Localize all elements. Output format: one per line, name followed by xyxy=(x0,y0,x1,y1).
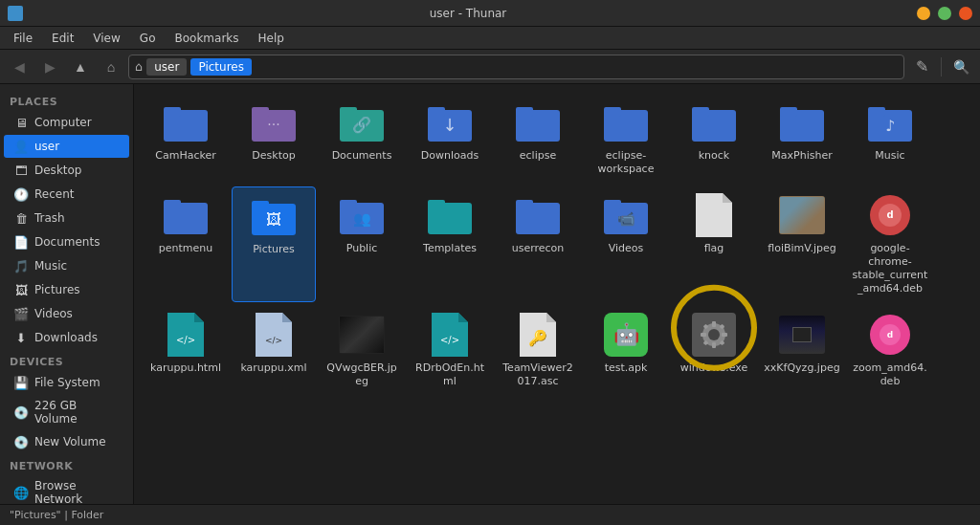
menu-view[interactable]: View xyxy=(85,30,127,47)
file-name-public: Public xyxy=(346,242,378,255)
sidebar-label-music: Music xyxy=(34,259,67,273)
file-name-documents: Documents xyxy=(332,149,392,163)
list-item[interactable]: eclipse-workspace xyxy=(584,94,668,183)
exe-icon xyxy=(691,312,737,358)
home-button[interactable]: ⌂ xyxy=(98,54,124,80)
list-item[interactable]: </> karuppu.html xyxy=(144,306,228,395)
list-item[interactable]: pentmenu xyxy=(144,186,228,302)
file-svg-karuppu-xml: </> xyxy=(256,313,292,357)
folder-svg-templates xyxy=(428,196,472,234)
edit-location-button[interactable]: ✎ xyxy=(908,54,935,80)
folder-svg-downloads: ↓ xyxy=(428,103,472,142)
menu-help[interactable]: Help xyxy=(251,30,292,47)
svg-rect-16 xyxy=(692,107,709,117)
forward-button[interactable]: ▶ xyxy=(36,54,63,80)
folder-icon: 👥 xyxy=(339,192,385,238)
list-item[interactable]: windows.exe xyxy=(672,306,756,395)
titlebar: user - Thunar xyxy=(0,0,980,27)
back-button[interactable]: ◀ xyxy=(6,54,33,80)
sidebar-item-desktop[interactable]: 🗔 Desktop xyxy=(4,159,129,182)
sidebar-item-computer[interactable]: 🖥 Computer xyxy=(4,111,129,134)
folder-svg-videos: 📹 xyxy=(604,196,648,234)
svg-rect-31 xyxy=(428,200,445,209)
file-name-teamviewer: TeamViewer2017.asc xyxy=(500,361,576,389)
list-item[interactable]: MaxPhisher xyxy=(760,94,844,183)
breadcrumb-pictures[interactable]: Pictures xyxy=(190,58,252,76)
list-item[interactable]: QVwgcBER.jpeg xyxy=(320,306,404,395)
menu-go[interactable]: Go xyxy=(132,30,164,47)
newvolume-icon: 💿 xyxy=(13,434,29,449)
list-item[interactable]: Templates xyxy=(408,186,492,302)
pictures-icon: 🖼 xyxy=(13,282,29,297)
desktop-icon: 🗔 xyxy=(13,163,29,178)
menu-file[interactable]: File xyxy=(6,30,40,47)
list-item[interactable]: CamHacker xyxy=(144,94,228,183)
sidebar-item-pictures[interactable]: 🖼 Pictures xyxy=(4,278,129,301)
deb-icon: d xyxy=(867,192,913,238)
search-button[interactable]: 🔍 xyxy=(947,54,974,80)
list-item[interactable]: 🤖 test.apk xyxy=(584,306,668,395)
list-item[interactable]: floiBimV.jpeg xyxy=(760,186,844,302)
sidebar-item-recent[interactable]: 🕐 Recent xyxy=(4,183,129,206)
menu-edit[interactable]: Edit xyxy=(44,30,81,47)
file-name-googlechrome: google-chrome-stable_current_amd64.deb xyxy=(852,242,928,296)
list-item[interactable]: ♪ Music xyxy=(848,94,932,183)
folder-icon xyxy=(603,99,649,145)
sidebar-item-226gb[interactable]: 💿 226 GB Volume xyxy=(4,395,129,429)
svg-marker-40 xyxy=(194,313,204,322)
close-button[interactable] xyxy=(959,7,972,20)
file-name-knock: knock xyxy=(699,149,730,163)
folder-svg-music: ♪ xyxy=(868,103,912,142)
menu-bookmarks[interactable]: Bookmarks xyxy=(167,30,246,47)
svg-rect-12 xyxy=(516,107,533,117)
list-item[interactable]: ··· Desktop xyxy=(232,94,316,183)
list-item[interactable]: d zoom_amd64.deb xyxy=(848,306,932,395)
minimize-button[interactable] xyxy=(917,7,930,20)
file-name-pictures: Pictures xyxy=(253,243,295,256)
list-item[interactable]: eclipse xyxy=(496,94,580,183)
sidebar-item-newvolume[interactable]: 💿 New Volume xyxy=(4,430,129,453)
list-item[interactable]: </> karuppu.xml xyxy=(232,306,316,395)
list-item[interactable]: knock xyxy=(672,94,756,183)
sidebar-item-music[interactable]: 🎵 Music xyxy=(4,254,129,277)
file-name-camhacker: CamHacker xyxy=(155,149,215,163)
sidebar-label-filesystem: File System xyxy=(34,376,100,389)
list-item[interactable]: 🔑 TeamViewer2017.asc xyxy=(496,306,580,395)
sidebar-item-browsenetwork[interactable]: 🌐 Browse Network xyxy=(4,475,129,504)
list-item[interactable]: 🔗 Documents xyxy=(320,94,404,183)
file-name-rdrboden: RDrbOdEn.html xyxy=(412,361,488,389)
file-area: CamHacker ··· Desktop 🔗 Documents xyxy=(134,84,980,504)
svg-marker-49 xyxy=(546,313,556,322)
svg-marker-46 xyxy=(458,313,468,322)
list-item[interactable]: 👥 Public xyxy=(320,186,404,302)
sidebar-item-downloads[interactable]: ⬇ Downloads xyxy=(4,326,129,349)
file-name-userrecon: userrecon xyxy=(512,242,565,255)
list-item[interactable]: 📹 Videos xyxy=(584,186,668,302)
list-item[interactable]: ↓ Downloads xyxy=(408,94,492,183)
sidebar-item-user[interactable]: 👤 user xyxy=(4,135,129,158)
breadcrumb-user[interactable]: user xyxy=(146,58,187,76)
file-name-pentmenu: pentmenu xyxy=(159,242,212,255)
file-name-windowsexe: windows.exe xyxy=(680,361,747,375)
up-button[interactable]: ▲ xyxy=(67,54,94,80)
file-name-karuppu-html: karuppu.html xyxy=(150,361,221,375)
folder-icon xyxy=(163,99,209,145)
list-item[interactable]: 🖼 Pictures xyxy=(232,186,316,302)
list-item[interactable]: d google-chrome-stable_current_amd64.deb xyxy=(848,186,932,302)
maximize-button[interactable] xyxy=(938,7,951,20)
list-item[interactable]: xxKfQyzg.jpeg xyxy=(760,306,844,395)
user-icon: 👤 xyxy=(13,139,29,154)
folder-svg-documents: 🔗 xyxy=(340,103,384,142)
list-item[interactable]: </> RDrbOdEn.html xyxy=(408,306,492,395)
list-item[interactable]: flag xyxy=(672,186,756,302)
file-name-desktop: Desktop xyxy=(252,149,295,163)
svg-rect-33 xyxy=(516,200,533,209)
sidebar-item-documents[interactable]: 📄 Documents xyxy=(4,230,129,253)
sidebar-item-trash[interactable]: 🗑 Trash xyxy=(4,207,129,230)
sidebar-label-computer: Computer xyxy=(34,116,92,129)
folder-svg-public: 👥 xyxy=(340,196,384,234)
list-item[interactable]: userrecon xyxy=(496,186,580,302)
sidebar-item-videos[interactable]: 🎬 Videos xyxy=(4,302,129,325)
folder-icon xyxy=(427,192,473,238)
sidebar-item-filesystem[interactable]: 💾 File System xyxy=(4,371,129,394)
